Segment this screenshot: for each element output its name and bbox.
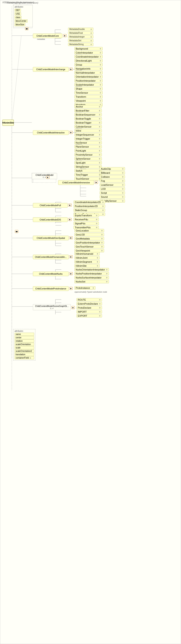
immersive-items-group: AudioClip ⊕ Billboard ⊕ Collision ⊕ Fog … [100,167,125,203]
item-navigationinfo: NavigationInfo ⊕ [74,67,102,70]
proto-expand-btn[interactable]: ▶ [69,287,73,290]
item-integersequencer: IntegerSequencer ⊕ [74,133,102,136]
attr-def: DEF [14,9,21,12]
child-content-model-full: ChildContentModelFull [33,203,68,208]
item-colorinterpolator: ColorInterpolator ⊕ [74,51,102,54]
item-geotouchsensor: GeoTouchSensor ⊕ [74,245,104,248]
scenegraph-sublabel: 0..∞ [34,307,70,310]
attr-use: USE [14,12,21,16]
attr-scaleorientation2: scaleOrientation2 [14,350,34,353]
item-script: Script ⊕ [100,191,125,194]
child-content-model-interactive: ChildContentModelInteractive [33,130,69,135]
dis-items-group: EspduTransform ⊕ ReceiverPdu ⊕ SignalPdu… [74,214,99,230]
item-booleantrigger: BooleanTrigger ⊕ [74,121,102,124]
item-timesensor: TimeSensor ⊕ [74,91,102,94]
child-content-model-box: ChildContentModel 0..∞ [32,173,57,179]
top-attributes-box: attributes DEF USE class bboxCenter bbox… [13,5,33,27]
item-sound: Sound ⊕ [100,195,125,198]
proto-items-group: ProtoInstance ⊕ Approximately-Typed subs… [74,286,96,290]
item-background: Background ⊕ [74,47,102,50]
plus-icon[interactable]: ⊕ [90,44,92,46]
item-positioninterpolator: PositionInterpolator ⊕ [74,79,102,82]
diagram-container: X3DGroupingNode (extension) [0,0,181,644]
item-metadatainteger: MetadataInteger ⊕ [68,35,93,38]
child-content-model-immersive: ChildContentModelImmersive [58,180,94,185]
child-content-model-humanoid: ChildContentModelHumanoidAn... [33,255,69,259]
item-espdutransform: EspduTransform ⊕ [74,214,99,217]
humanoid-expand-btn[interactable]: ▶ [69,255,73,258]
item-geoviewpoint: GeoViewpoint ⊕ [74,249,104,252]
attr-translation: translation [14,353,34,356]
item-directionallight: DirectionalLight ⊕ [74,59,102,62]
item-coordinateinterpolator: CoordinateInterpolator ⊕ [74,55,102,58]
attr-bboxcenter: bboxCenter [14,20,28,22]
attr-bboxsize: bboxSize [14,23,25,26]
plus-icon[interactable]: ⊕ [90,36,92,38]
item-collision: Collision ⊕ [100,175,125,178]
item-scalarinterpolator: ScalarInterpolator ⊕ [74,83,102,86]
page-title: X3DGroupingNode (extension) [6,2,38,4]
child-content-model-interchange: ChildContentModelInterchange [33,67,69,72]
full-expand-btn[interactable]: ▶ [68,204,72,206]
mid-expand-btn[interactable]: ◀▶ [15,230,18,233]
item-nurbsorientationinterpolator: NurbsOrientationInterpolator ⊕ [74,268,109,271]
proto-sublabel: Approximately-Typed substitution node [74,291,108,293]
geo-expand-btn[interactable]: ▶ [69,236,73,239]
item-spheresensor: SphereSensor ⊕ [74,157,102,160]
childcontent-expand-btn[interactable]: ▶ [46,176,50,179]
item-transform: Transform ⊕ [74,95,102,98]
item-coordinateinterpolator2d: CoordinateInterpolator2D ⊕ [74,200,105,204]
core-expand-btn[interactable]: ▶ [63,34,66,37]
item-cylindersensor: CylinderSensor ⊕ [74,125,102,128]
plus-icon[interactable]: ⊕ [90,28,92,30]
item-metadataset: MetadataSet ⊕ [68,39,93,42]
item-externprotodeclare: ExternProtoDeclare ⊕ [76,302,102,306]
attr-rotation: rotation [14,340,34,342]
bottom-attributes-box: attributes name center rotation scaleOri… [13,329,36,360]
item-booleantoggle: BooleanToggle ⊕ [74,117,102,120]
plus-icon[interactable]: ⊕ [90,32,92,34]
item-booleanfilter: BooleanFilter ⊕ [74,109,102,112]
item-staticgroup: StaticGroup ⊕ [74,208,105,212]
dis-expand-btn[interactable]: ▶ [68,218,72,221]
plus-icon[interactable]: ⊕ [90,40,92,42]
interchange-items-group: Background ⊕ ColorInterpolator ⊕ Coordin… [74,47,102,107]
item-inline: Inline ⊕ [74,129,102,132]
immersive-expand-btn[interactable]: ▶ [94,181,98,184]
attr-class: class [14,16,22,19]
scenegraph-label: ChildContentModelSceneGraphSt... [34,305,70,307]
item-booleansequencer: BooleanSequencer ⊕ [74,113,102,116]
item-nurbspositioninterpolator: NurbsPositionInterpolator ⊕ [74,272,109,275]
item-metadatadouble: MetadataDouble ⊕ [68,28,93,31]
geo-items-group: GeoLocation ⊕ GeoLOD ⊕ GeoMetadata ⊕ Geo… [74,229,104,253]
item-billboard: Billboard ⊕ [100,171,125,174]
item-hanimsite: HAnimSite ⊕ [74,264,100,268]
item-stringsensor: StringSensor ⊕ [74,165,102,168]
item-proximitysensor: ProximitySensor ⊕ [74,153,102,156]
metadata-sublabel: metadata [37,38,45,40]
scenegraph-expand-btn[interactable]: ▶ [72,306,75,309]
interactive-expand-btn[interactable]: ▶ [69,131,73,134]
item-timetrigger: TimeTrigger ⊕ [74,173,102,176]
child-content-model-label: ChildContentModel [33,174,56,176]
item-hanimsegment: HAnimSegment ⊕ [74,260,100,264]
expand-top-btn[interactable]: ◀▶ [25,27,28,30]
interchange-expand-btn[interactable]: ▶ [69,68,73,70]
item-anchor: Anchor ⊕ [74,105,102,108]
item-planesensor: PlaneSensor ⊕ [74,145,102,148]
attr-scaleorientation1: scaleOrientation [14,343,34,346]
item-loadsensor: LoadSensor ⊕ [100,183,125,186]
child-content-sublabel: 0..∞ [33,176,56,178]
item-group: Group ⊕ [74,63,102,66]
item-metadatafloat: MetadataFloat ⊕ [68,32,93,34]
item-metadatastring: MetadataString ⊕ [68,43,93,46]
child-content-model-scenegraph: ChildContentModelSceneGraphSt... 0..∞ [33,304,71,310]
nurbs-expand-btn[interactable]: ▶ [69,272,73,275]
item-route: ROUTE ⊕ [76,298,102,302]
metadata-items-group: MetadataDouble ⊕ MetadataFloat ⊕ Metadat… [68,28,93,46]
item-shape: Shape ⊕ [74,87,102,90]
item-nurbssurfaceinterpolator: NurbsSurfaceInterpolator ⊕ [74,276,109,279]
item-signalpdu: SignalPdu ⊕ [74,222,99,225]
item-fog: Fog ⊕ [100,179,125,182]
item-protodeclare: ProtoDeclare ⊕ [76,306,102,310]
